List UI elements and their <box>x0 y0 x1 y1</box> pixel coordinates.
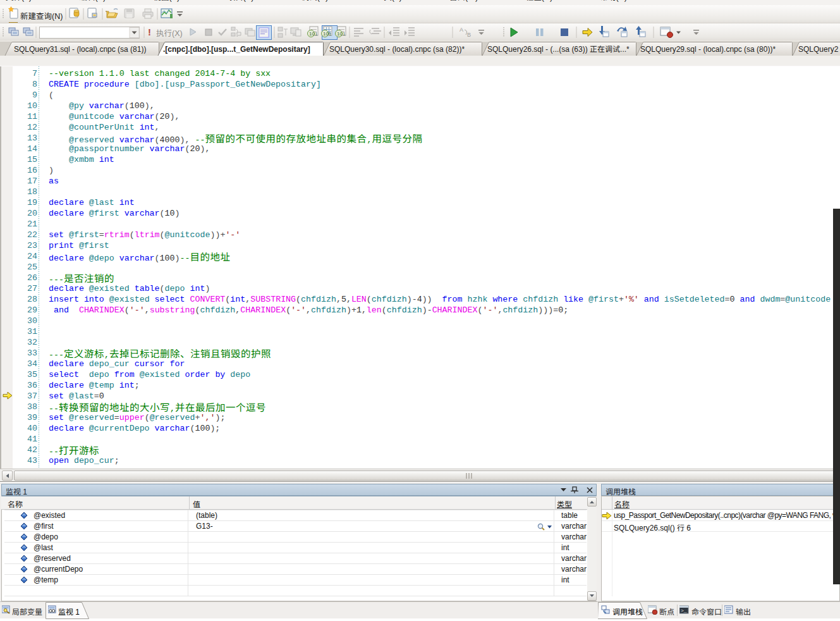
svg-text:SQLQuery29.sql - (local).cnpc: SQLQuery29.sql - (local).cnpc (sa (80))* <box>640 45 776 54</box>
svg-text:SQLQuery26.sql - (...(sa (63)): SQLQuery26.sql - (...(sa (63)) 正在调试...* <box>487 45 630 54</box>
svg-text:SQLQuery31.sql - (local).cnpc: SQLQuery31.sql - (local).cnpc (sa (81)) <box>14 45 146 54</box>
svg-text:101: 101 <box>309 31 318 37</box>
svg-text:A: A <box>460 27 463 33</box>
svg-text:>_: >_ <box>681 608 687 613</box>
svg-text:B: B <box>467 32 471 38</box>
svg-text:SQLQuery2: SQLQuery2 <box>798 45 839 54</box>
svg-text:SQLQuery30.sql - (local).cnpc: SQLQuery30.sql - (local).cnpc (sa (82))* <box>329 45 465 54</box>
svg-text:101: 101 <box>323 31 332 37</box>
svg-text:!: ! <box>148 27 151 37</box>
svg-text:101: 101 <box>337 31 346 37</box>
svg-text:.[cnpc].[dbo].[usp...t_GetNewD: .[cnpc].[dbo].[usp...t_GetNewDepositary] <box>163 45 310 54</box>
